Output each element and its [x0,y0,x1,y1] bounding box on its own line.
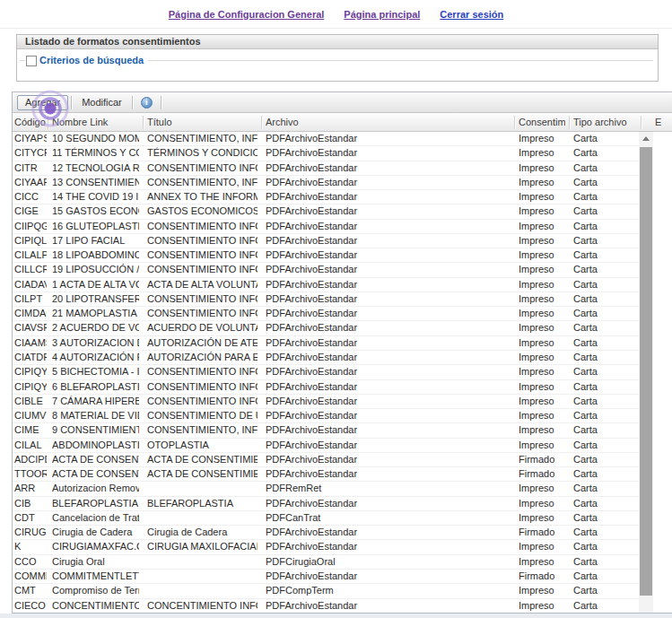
table-cell: ACTA DE CONSENTIMIENTO INFORMADO ... [147,468,257,479]
table-cell: 9 CONSENTIMIENTO MENORES D... [52,424,139,435]
table-cell: CITR [14,162,47,173]
table-cell: PDFArchivoEstandar [266,454,511,465]
column-divider[interactable] [569,116,570,129]
table-row[interactable]: CIPIQYPEB6 BLEFAROPLASTIA - INTERVENC...… [13,380,639,395]
table-row[interactable]: COMMITME...COMMITMENTLETTERFIRMAPDFArchi… [13,570,639,584]
table-row[interactable]: CIBLE7 CÁMARA HIPERBÁRICACONSENTIMIENTO … [13,395,639,409]
column-header[interactable]: Código [14,117,47,127]
link-pagina-principal[interactable]: Página principal [344,9,420,20]
modify-button[interactable]: Modificar [74,96,129,109]
column-divider[interactable] [261,116,262,129]
table-row[interactable]: CIYAAP13 CONSENTIMIENTO, INFORMA...CONSE… [13,176,639,190]
table-row[interactable]: CITR12 TECNOLOGIA RENUVION®CONSENTIMIENT… [13,161,639,176]
table-row[interactable]: CILALPA18 LIPOABDOMINOPLASTIA / LIP...CO… [13,248,639,263]
table-row[interactable]: CIME9 CONSENTIMIENTO MENORES D...CONSENT… [13,423,639,438]
table-cell: Carta [573,235,636,246]
column-divider[interactable] [514,116,515,129]
table-row[interactable]: CILPT20 LIPOTRANSFERENCIACONSENTIMIENTO … [13,292,639,307]
table-cell: Impreso [519,235,565,246]
vertical-scrollbar[interactable] [639,132,653,613]
table-row[interactable]: CCOCirugia OralPDFCirugiaOralImpresoCart… [13,555,639,570]
link-cerrar-sesion[interactable]: Cerrar sesión [440,9,503,20]
table-cell: CIPIQYPE [14,366,47,377]
column-divider[interactable] [143,116,144,129]
column-header[interactable]: E [655,117,671,127]
table-row[interactable]: CILLCRL19 LIPOSUCCIÓN / LIPOESCULTU...CO… [13,263,639,277]
table-cell: CIAAMS [14,337,47,348]
table-cell: CCO [14,556,47,567]
table-cell: CONSENTIMIENTO, INFORMACIÓN Y ACLA... [147,133,257,144]
table-cell: Impreso [519,424,565,435]
table-cell: PDFArchivoEstandar [266,308,511,318]
table-cell: Carta [573,381,636,392]
column-header[interactable]: Título [147,117,257,127]
column-header[interactable]: Consentimi... [519,117,565,127]
table-cell: Impreso [519,498,565,509]
table-row[interactable]: CIYAPSMC10 SEGUNDO MOMENTO DE CIRU...CON… [13,132,639,146]
table-row[interactable]: CDTCancelacion de TratamientoPDFCanTratI… [13,511,639,526]
table-row[interactable]: CITYCPC11 TÉRMINOS Y CONDICIONES D...TÉR… [13,146,639,161]
table-row[interactable]: TTOORTON...ACTA DE CONSENTIMIENTO INFO..… [13,467,639,482]
table-cell: Carta [573,483,636,493]
table-cell: Firmado [519,468,565,479]
add-button[interactable]: Agregar [17,95,68,110]
column-divider[interactable] [48,116,48,129]
criteria-checkbox[interactable] [26,56,37,66]
table-row[interactable]: CIADAV1 ACTA DE ALTA VOLUNTARIA HA...ACT… [13,278,639,292]
table-cell: CIMDAOR [14,308,47,318]
table-cell: CONSENTIMIENTO INFORMADO PARA INT... [147,308,257,318]
scrollbar-thumb[interactable] [640,147,652,596]
table-cell: Impreso [519,541,565,552]
scroll-up-arrow-icon[interactable] [639,132,653,145]
table-row[interactable]: CIECOCONCENTIMIENTO INFORMADO ...CONCENT… [13,599,639,614]
table-cell: TÉRMINOS Y CONDICIONES DE PROGRAM... [147,147,257,158]
column-header[interactable]: Tipo archivo [573,117,636,127]
table-cell: CONSENTIMIENTO, INFORMACIÓN Y ACLA... [147,424,257,435]
table-row[interactable]: CIATDP4 AUTORIZACIÓN PARA EL TRATA...AUT… [13,351,639,365]
column-header[interactable]: Nombre Link [52,117,139,127]
table-row[interactable]: CIUMVYF8 MATERIAL DE VIDEO Y FOTOGR...CO… [13,409,639,423]
table-cell: CIYAAP [14,177,47,187]
table-cell: CONSENTIMIENTO INFORMADO PARA INT... [147,396,257,406]
table-row[interactable]: CIPIQLF17 LIPO FACIALCONSENTIMIENTO INFO… [13,234,639,248]
table-cell: COMMITME... [14,570,47,581]
table-row[interactable]: ADCIPDDSACTA DE CONSENTIMIENTO INFO...AC… [13,453,639,467]
table-row[interactable]: CIGE15 GASTOS ECONOMICOS FRENT...GASTOS … [13,205,639,219]
table-row[interactable]: CMTCompromiso de TerminacionPDFCompTermI… [13,584,639,598]
table-cell: PDFArchivoEstandar [266,162,511,173]
table-cell: Cirugia de Cadera [147,527,257,537]
table-cell: Compromiso de Terminacion [52,585,139,596]
table-row[interactable]: CILALABDOMINOPLASTIAOTOPLASTIAPDFArchivo… [13,439,639,453]
table-cell: CONSENTIMIENTO INFORMADO PARA INT... [147,293,257,304]
table-cell: Carta [573,337,636,348]
table-cell: Carta [573,264,636,274]
table-cell: Impreso [519,177,565,187]
info-icon[interactable]: i [141,97,153,109]
table-cell: ANNEX TO THE INFORMED CONSENT FOR ... [147,191,257,202]
table-row[interactable]: CICC14 THE COVID 19 INFECTIOANNEX TO THE… [13,190,639,205]
table-cell: PDFArchivoEstandar [266,133,511,144]
table-cell: PDFArchivoEstandar [266,235,511,246]
table-cell: Carta [573,322,636,333]
column-header[interactable]: Archivo [266,117,511,127]
table-cell: Impreso [519,279,565,290]
link-configuracion-general[interactable]: Página de Configuracion General [169,9,325,20]
consent-formats-grid: Agregar Modificar i CódigoNombre LinkTít… [12,91,672,614]
table-row[interactable]: CIRUGIADE...Cirugia de CaderaCirugia de … [13,526,639,540]
table-row[interactable]: CIMDAOR21 MAMOPLASTIA DE AUMENTO ...CONS… [13,307,639,321]
grid-header-row: CódigoNombre LinkTítuloArchivoConsentimi… [13,113,672,132]
table-row[interactable]: CIPIQYPE5 BICHECTOMIA - INTERVENCIO...CO… [13,365,639,379]
table-cell: CILPT [14,293,47,304]
table-cell: Carta [573,556,636,567]
table-row[interactable]: CIAAMS3 AUTORIZACION DE ATENCION ...AUTO… [13,336,639,351]
table-row[interactable]: CIAVSP2 ACUERDO DE VOLUNTADES SO...ACUER… [13,321,639,335]
table-row[interactable]: CIBBLEFAROPLASTIABLEFAROPLASTIAPDFArchiv… [13,497,639,511]
table-row[interactable]: ARRAutorizacion Remover RetenedoresPDFRe… [13,482,639,496]
table-cell: ACTA DE ALTA VOLUNTARIA [147,279,257,290]
column-divider[interactable] [641,116,641,129]
table-cell: Impreso [519,147,565,158]
table-row[interactable]: KCIRUGIAMAXFAC.COCIRUGIA MAXILOFACIALPDF… [13,540,639,554]
table-row[interactable]: CIIPQG16 GLUTEOPLASTIACONSENTIMIENTO INF… [13,220,639,234]
table-cell: CIUMVYF [14,410,47,421]
table-cell: Carta [573,585,636,596]
